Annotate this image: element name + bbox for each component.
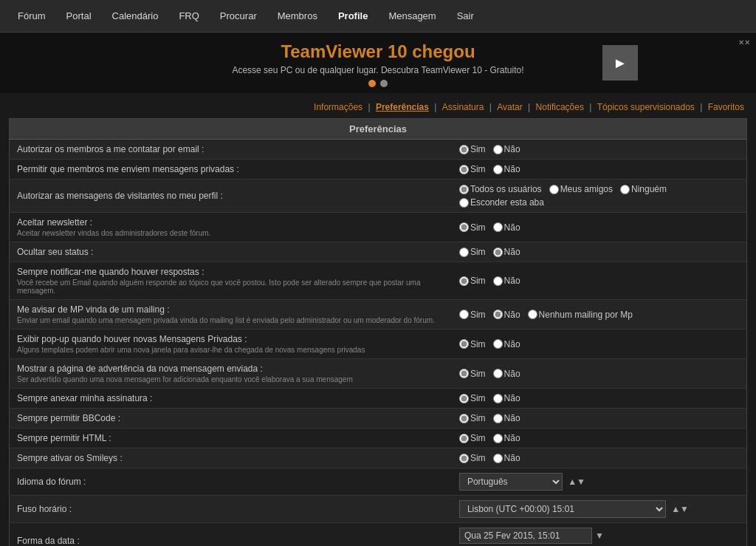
radio-amigos[interactable]: Meus amigos <box>549 184 613 194</box>
label-advertencia: Mostrar a página de advertência da nova … <box>10 359 452 389</box>
preferences-table: Preferências Autorizar os membros a me c… <box>9 118 747 546</box>
subnav-informacoes[interactable]: Informações <box>311 102 365 112</box>
label-mp: Permitir que membros me enviem mensagens… <box>10 160 452 180</box>
control-bbcode: Sim Não <box>452 409 747 429</box>
table-row: Aceitar newsletter : Aceitar newsletter … <box>10 213 747 242</box>
select-arrow-icon: ▲▼ <box>671 504 689 514</box>
radio-sim[interactable]: Sim <box>459 339 486 349</box>
radio-sim[interactable]: Sim <box>459 144 486 154</box>
radio-sim[interactable]: Sim <box>459 369 486 379</box>
fuso-select[interactable]: Lisbon (UTC +00:00) 15:01 UTC +01:00 UTC… <box>459 500 666 518</box>
radio-sim[interactable]: Sim <box>459 413 486 423</box>
label-assinatura: Sempre anexar minha assinatura : <box>10 389 452 409</box>
ad-title: TeamViewer 10 chegou <box>0 41 756 62</box>
table-row: Me avisar de MP vinda de um mailing : En… <box>10 300 747 330</box>
table-row: Sempre permitir BBCode : Sim Não <box>10 409 747 429</box>
nav-portal[interactable]: Portal <box>56 0 102 33</box>
label-bbcode: Sempre permitir BBCode : <box>10 409 452 429</box>
radio-nao[interactable]: Não <box>493 433 520 443</box>
label-mailing: Me avisar de MP vinda de um mailing : En… <box>10 300 452 330</box>
nav-mensagem[interactable]: Mensagem <box>378 0 446 33</box>
subnav-favoritos[interactable]: Favoritos <box>705 102 747 112</box>
radio-todos[interactable]: Todos os usuários <box>459 184 542 194</box>
nav-membros[interactable]: Membros <box>267 0 328 33</box>
subnav-topicos[interactable]: Tópicos supervisionados <box>594 102 698 112</box>
dot-1[interactable] <box>368 80 376 87</box>
control-newsletter: Sim Não <box>452 213 747 242</box>
table-row: Sempre anexar minha assinatura : Sim Não <box>10 389 747 409</box>
popup-subtext: Alguns templates podem abrir uma nova ja… <box>17 346 444 354</box>
table-row: Sempre notificar-me quando houver respos… <box>10 262 747 300</box>
label-smileys: Sempre ativar os Smileys : <box>10 448 452 468</box>
radio-nao[interactable]: Não <box>493 222 520 233</box>
table-row: Forma da data : ▼ Data/hora atual: Qua 2… <box>10 523 747 547</box>
radio-nao[interactable]: Não <box>493 339 520 349</box>
control-advertencia: Sim Não <box>452 359 747 389</box>
nav-profile[interactable]: Profile <box>328 0 378 33</box>
nav-forum[interactable]: Fórum <box>7 0 56 33</box>
control-mp: Sim Não <box>452 160 747 180</box>
radio-nao[interactable]: Não <box>493 393 520 403</box>
radio-sim[interactable]: Sim <box>459 310 486 320</box>
newsletter-subtext: Aceitar newsletter vindas dos administra… <box>17 229 444 237</box>
subnav-preferencias[interactable]: Preferências <box>373 102 432 112</box>
radio-nao[interactable]: Não <box>493 276 520 286</box>
idioma-select[interactable]: Português English Español <box>459 473 563 491</box>
date-arrow-icon: ▼ <box>595 530 604 541</box>
radio-nao[interactable]: Não <box>493 413 520 423</box>
ad-close[interactable]: ✕✕ <box>738 38 750 47</box>
radio-nao[interactable]: Não <box>493 310 520 320</box>
radio-sim[interactable]: Sim <box>459 453 486 463</box>
date-input[interactable] <box>459 528 592 544</box>
select-arrow-icon: ▲▼ <box>568 477 585 487</box>
label-idioma: Idioma do fórum : <box>10 468 452 496</box>
table-row: Exibir pop-up quando houver novas Mensag… <box>10 330 747 359</box>
nav-calendario[interactable]: Calendário <box>102 0 169 33</box>
control-notificar: Sim Não <box>452 262 747 300</box>
label-notificar: Sempre notificar-me quando houver respos… <box>10 262 452 300</box>
radio-ninguem[interactable]: Ninguém <box>620 184 667 194</box>
date-input-group: ▼ <box>459 528 739 544</box>
nav-sair[interactable]: Sair <box>447 0 484 33</box>
subnav-assinatura[interactable]: Assinatura <box>439 102 487 112</box>
control-visitantes: Todos os usuários Meus amigos Ninguém Es… <box>452 180 747 213</box>
control-fuso[interactable]: Lisbon (UTC +00:00) 15:01 UTC +01:00 UTC… <box>452 496 747 523</box>
nav-procurar[interactable]: Procurar <box>210 0 267 33</box>
control-data[interactable]: ▼ Data/hora atual: Qua 25 Fev 2015, 15:0… <box>452 523 747 547</box>
subnav-avatar[interactable]: Avatar <box>494 102 525 112</box>
ad-banner: ✕✕ TeamViewer 10 chegou Acesse seu PC ou… <box>0 33 756 93</box>
table-row: Ocultar seu status : Sim Não <box>10 242 747 262</box>
radio-sim[interactable]: Sim <box>459 164 486 174</box>
sub-navigation: Informações | Preferências | Assinatura … <box>9 99 747 118</box>
notificar-subtext: Você recebe um Email quando alguém respo… <box>17 279 444 295</box>
radio-sim[interactable]: Sim <box>459 433 486 443</box>
main-content: Informações | Preferências | Assinatura … <box>0 93 756 546</box>
dot-2[interactable] <box>380 80 388 87</box>
radio-sim[interactable]: Sim <box>459 247 486 257</box>
radio-nenhum-mailing[interactable]: Nenhum mailing por Mp <box>528 310 633 320</box>
control-idioma[interactable]: Português English Español ▲▼ <box>452 468 747 496</box>
nav-frq[interactable]: FRQ <box>168 0 209 33</box>
radio-sim[interactable]: Sim <box>459 276 486 286</box>
ad-arrow-button[interactable]: ► <box>602 45 638 81</box>
label-html: Sempre permitir HTML : <box>10 429 452 448</box>
control-assinatura: Sim Não <box>452 389 747 409</box>
preferences-header: Preferências <box>10 119 747 140</box>
radio-sim[interactable]: Sim <box>459 222 486 233</box>
table-row: Sempre ativar os Smileys : Sim Não <box>10 448 747 468</box>
table-row: Fuso horário : Lisbon (UTC +00:00) 15:01… <box>10 496 747 523</box>
radio-nao[interactable]: Não <box>493 247 520 257</box>
control-autorizar-email: Sim Não <box>452 140 747 160</box>
radio-nao[interactable]: Não <box>493 453 520 463</box>
subnav-notificacoes[interactable]: Notificações <box>533 102 587 112</box>
radio-sim[interactable]: Sim <box>459 393 486 403</box>
table-row: Autorizar os membros a me contatar por e… <box>10 140 747 160</box>
control-html: Sim Não <box>452 429 747 448</box>
radio-esconder[interactable]: Esconder esta aba <box>459 197 544 208</box>
radio-nao[interactable]: Não <box>493 369 520 379</box>
advertencia-subtext: Ser advertido quando uma nova mensagem f… <box>17 375 444 383</box>
radio-nao[interactable]: Não <box>493 164 520 174</box>
radio-nao[interactable]: Não <box>493 144 520 154</box>
table-row: Sempre permitir HTML : Sim Não <box>10 429 747 448</box>
table-row: Mostrar a página de advertência da nova … <box>10 359 747 389</box>
